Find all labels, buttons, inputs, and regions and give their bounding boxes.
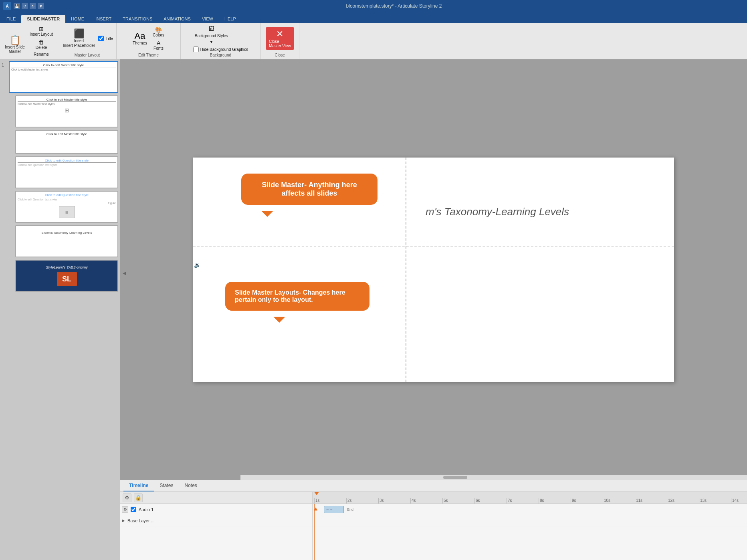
title-checkbox[interactable] (98, 36, 104, 41)
insert-slide-master-icon: 📋 (10, 36, 20, 44)
customize-icon[interactable]: ▼ (38, 3, 44, 9)
slide-thumb-img-7[interactable]: StyleLearn's TABS-onomy SL (15, 260, 118, 292)
title-col: Title (98, 36, 113, 41)
tab-insert[interactable]: INSERT (90, 15, 117, 23)
timeline-tracks: ⚙ 🔒 ⚙ Audio 1 ▶ Base Layer ... (120, 492, 313, 560)
slide-thumb-img-2[interactable]: Click to edit Master title style Click t… (15, 95, 118, 127)
themes-label: Themes (133, 41, 147, 45)
app-logo: A (3, 2, 11, 10)
slide-thumb-6: Bloom's Taxonomy-Learning Levels (2, 225, 118, 257)
tab-timeline[interactable]: Timeline (123, 480, 154, 491)
callout-top-text: Slide Master- Anything here affects all … (262, 181, 357, 197)
insert-placeholder-label: Insert Placeholder (63, 43, 95, 48)
colors-label: Colors (153, 33, 164, 37)
slide-thumb-body-4: Click to edit Question text styles (18, 164, 116, 166)
canvas-hscrollbar[interactable] (240, 475, 747, 480)
slide-thumb-img-5[interactable]: Click to edit Question title style Click… (15, 191, 118, 223)
title-bar: A 💾 ↺ ↻ ▼ bloomstemplate.story* - Articu… (0, 0, 747, 12)
background-styles-arrow: ▼ (209, 40, 213, 44)
tab-animations[interactable]: ANIMATIONS (158, 15, 196, 23)
slide-thumb-3: Click to edit Master title style (2, 130, 118, 154)
slide-num-6 (2, 225, 7, 227)
ruler-mark-3s: 3s (378, 498, 410, 503)
tab-slide-master[interactable]: SLIDE MASTER (21, 15, 65, 23)
slide-thumb-img-4[interactable]: Click to edit Question title style Click… (15, 156, 118, 188)
slide-panel: 1 Click to edit Master title style Click… (0, 59, 120, 560)
master-layout-content: ⬛ Insert Insert Placeholder Title (61, 25, 113, 52)
delete-label: Delete (35, 45, 47, 50)
slide-num-2 (2, 95, 7, 97)
slide-thumb-img-1[interactable]: Click to edit Master title style Click t… (9, 61, 118, 93)
timeline-track-audio: ⚙ Audio 1 (120, 504, 312, 515)
slide-thumb-1: 1 Click to edit Master title style Click… (2, 61, 118, 93)
playhead-line (314, 504, 315, 560)
title-bar-icons: 💾 ↺ ↻ ▼ (14, 3, 44, 9)
themes-icon: Aa (135, 32, 145, 40)
fonts-button[interactable]: A Fonts (151, 39, 166, 51)
save-icon[interactable]: 💾 (14, 3, 20, 9)
track-content-audio: ←→ End (313, 504, 747, 515)
end-label: End (347, 507, 353, 511)
tab-view[interactable]: VIEW (196, 15, 219, 23)
track-label-base-layer: Base Layer ... (127, 518, 155, 523)
background-styles-icon: 🖼 (208, 26, 214, 32)
callout-bottom: Slide Master Layouts- Changes here perta… (225, 282, 369, 311)
delete-button[interactable]: 🗑 Delete (28, 38, 55, 51)
colors-button[interactable]: 🎨 Colors (151, 26, 166, 38)
ribbon: 📋 Insert SlideMaster ⊞ Insert Layout 🗑 D… (0, 23, 747, 59)
tab-transitions[interactable]: TRANSITIONS (117, 15, 158, 23)
track-visible-audio[interactable] (131, 507, 136, 512)
redo-icon[interactable]: ↻ (30, 3, 36, 9)
timeline-settings-btn[interactable]: ⚙ (123, 493, 131, 502)
slide-canvas-wrapper: ◀ Slide Master- Anything here affects al… (120, 59, 747, 480)
undo-icon[interactable]: ↺ (22, 3, 28, 9)
bloom-title: Bloom's Taxonomy-Learning Levels (18, 228, 116, 235)
title-checkbox-label: Title (105, 36, 113, 41)
track-settings-audio[interactable]: ⚙ (122, 506, 128, 513)
close-master-view-button[interactable]: ✕ CloseMaster View (266, 27, 294, 50)
hide-bg-row: Hide Background Graphics (193, 46, 248, 52)
slide-thumb-img-3[interactable]: Click to edit Master title style (15, 130, 118, 154)
slide-thumb-img-6[interactable]: Bloom's Taxonomy-Learning Levels (15, 225, 118, 257)
rename-button[interactable]: Rename (28, 51, 55, 57)
fonts-label: Fonts (153, 46, 164, 51)
timeline-lock-btn[interactable]: 🔒 (134, 493, 143, 502)
slide-right-title-text: m's Taxonomy-Learning Levels (426, 206, 569, 218)
ruler-mark-13s: 13s (699, 498, 731, 503)
ruler-bar: 1s 2s 3s 4s 5s 6s 7s 8s 9s 10s 11s 12s (313, 492, 747, 504)
hide-bg-label: Hide Background Graphics (200, 47, 248, 52)
ribbon-group-background: 🖼 Background Styles ▼ Hide Background Gr… (181, 23, 261, 59)
slide-num-4 (2, 156, 7, 158)
tab-file[interactable]: FILE (1, 15, 21, 23)
audio-block: ←→ (324, 506, 344, 513)
slide-canvas: Slide Master- Anything here affects all … (193, 158, 674, 382)
tab-home[interactable]: HOME (65, 15, 90, 23)
hide-bg-checkbox[interactable] (193, 46, 199, 52)
insert-button[interactable]: ⬛ Insert Insert Placeholder (61, 28, 97, 49)
themes-button[interactable]: Aa Themes (131, 31, 149, 46)
rename-label: Rename (34, 52, 49, 57)
ruler-mark-4s: 4s (410, 498, 442, 503)
insert-layout-button[interactable]: ⊞ Insert Layout (28, 25, 55, 37)
canvas-hscroll-thumb[interactable] (443, 476, 467, 479)
slide-num-3 (2, 130, 7, 131)
playhead-top[interactable] (314, 492, 319, 495)
canvas-scroll-left-arrow[interactable]: ◀ (122, 270, 127, 277)
canvas-volume-icon[interactable]: 🔉 (194, 262, 201, 268)
slide-thumb-dark-title: StyleLearn's TABS-onomy (46, 265, 88, 269)
insert-layout-label: Insert Layout (30, 32, 53, 36)
ruler-mark-10s: 10s (603, 498, 635, 503)
track-expand-base-layer[interactable]: ▶ (122, 518, 125, 523)
background-styles-button[interactable]: 🖼 Background Styles ▼ (193, 25, 230, 45)
tab-states[interactable]: States (154, 480, 179, 491)
tab-help[interactable]: HELP (219, 15, 242, 23)
slide-thumb-body-2: Click to edit Master text styles (18, 103, 116, 105)
slide-thumb-body-1: Click to edit Master text styles (11, 68, 116, 71)
slide-num-1: 1 (2, 61, 7, 67)
ruler-mark-14s: 14s (731, 498, 747, 503)
ribbon-group-edit-master: 📋 Insert SlideMaster ⊞ Insert Layout 🗑 D… (0, 23, 58, 59)
tab-notes[interactable]: Notes (179, 480, 203, 491)
ruler-mark-7s: 7s (507, 498, 539, 503)
insert-slide-master-button[interactable]: 📋 Insert SlideMaster (3, 35, 26, 55)
main-area: 1 Click to edit Master title style Click… (0, 59, 747, 560)
